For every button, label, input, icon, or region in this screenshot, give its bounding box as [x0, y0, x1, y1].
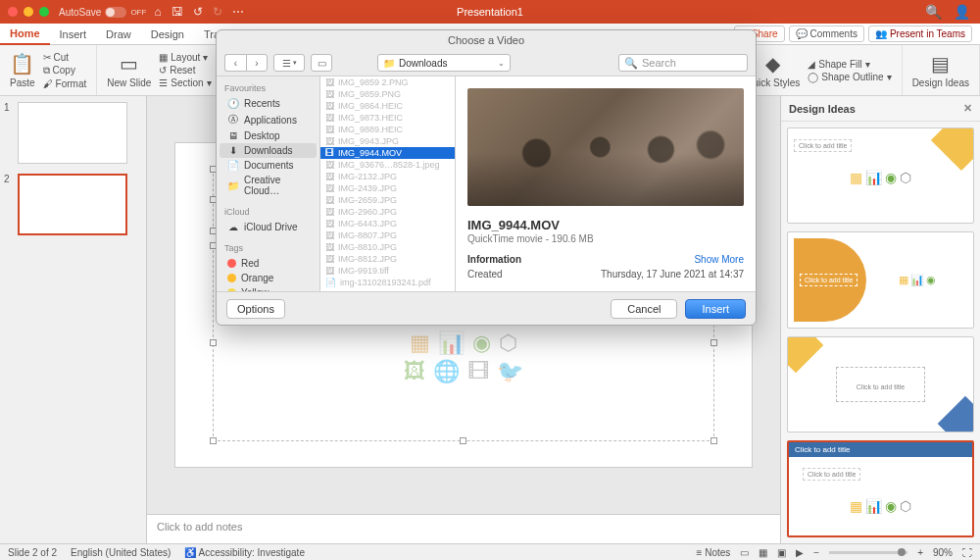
sidebar-tag-red[interactable]: Red	[220, 256, 317, 271]
cut-button[interactable]: ✂Cut	[43, 52, 87, 63]
idea-3[interactable]: Click to add title	[787, 336, 974, 433]
reset-button[interactable]: ↺Reset	[159, 65, 211, 76]
video-icon[interactable]: 🎞	[467, 359, 489, 384]
thumb-num: 1	[4, 102, 10, 113]
view-sorter-icon[interactable]: ▦	[759, 547, 767, 558]
show-more-link[interactable]: Show More	[694, 254, 744, 265]
fit-icon[interactable]: ⛶	[962, 547, 972, 558]
sidebar-recents[interactable]: 🕐Recents	[220, 96, 317, 111]
format-button[interactable]: 🖌Format	[43, 78, 87, 89]
zoom-level[interactable]: 90%	[933, 547, 953, 558]
sidebar-downloads[interactable]: ⬇Downloads	[220, 143, 317, 158]
idea-2[interactable]: Click to add title ▦📊◉	[787, 231, 974, 328]
account-icon[interactable]: 👤	[954, 4, 970, 20]
online-icon[interactable]: 🌐	[433, 359, 460, 384]
search-icon[interactable]: 🔍	[925, 4, 942, 20]
section-button[interactable]: ☰Section▾	[159, 77, 211, 88]
picture-icon[interactable]: 🖼	[404, 359, 425, 384]
forward-button[interactable]: ›	[246, 54, 268, 72]
notes-pane[interactable]: Click to add notes	[147, 514, 780, 543]
tab-insert[interactable]: Insert	[50, 25, 97, 44]
smartart-icon[interactable]: ◉	[472, 331, 491, 356]
sidebar-applications[interactable]: ⒶApplications	[220, 111, 317, 128]
maximize-window-icon[interactable]	[39, 7, 49, 17]
close-icon[interactable]: ✕	[963, 102, 972, 115]
view-mode-button[interactable]: ☰▾	[273, 54, 305, 72]
sidebar-creative[interactable]: 📁Creative Cloud…	[220, 173, 317, 198]
accessibility[interactable]: ♿ Accessibility: Investigate	[184, 547, 305, 558]
options-button[interactable]: Options	[226, 299, 285, 319]
file-item-selected[interactable]: 🎞IMG_9944.MOV	[320, 147, 455, 159]
search-input[interactable]: 🔍 Search	[618, 54, 748, 72]
file-item[interactable]: 🖼IMG_93676…8528-1.jpeg	[320, 159, 455, 171]
sidebar-documents[interactable]: 📄Documents	[220, 158, 317, 173]
slide-count[interactable]: Slide 2 of 2	[8, 547, 57, 558]
close-window-icon[interactable]	[8, 7, 18, 17]
home-icon[interactable]: ⌂	[154, 5, 161, 19]
thumb-1[interactable]: 1	[6, 102, 140, 164]
quickstyles-icon: ◆	[765, 52, 780, 76]
undo-icon[interactable]: ↺	[193, 5, 203, 19]
shape-outline-button[interactable]: ◯Shape Outline▾	[808, 72, 891, 82]
d3-icon[interactable]: ⬡	[499, 331, 517, 356]
view-slideshow-icon[interactable]: ▶	[796, 547, 804, 558]
file-item[interactable]: 🖼IMG-2659.JPG	[320, 194, 455, 206]
autosave-toggle[interactable]: AutoSave OFF	[59, 7, 146, 18]
idea-1[interactable]: Click to add title ▦📊◉⬡	[787, 127, 974, 224]
location-select[interactable]: 📁 Downloads ⌄	[377, 54, 511, 72]
tab-draw[interactable]: Draw	[96, 25, 141, 44]
layout-button[interactable]: ▦Layout▾	[159, 52, 211, 63]
file-item[interactable]: 🖼IMG-2132.JPG	[320, 171, 455, 182]
present-button[interactable]: 👥Present in Teams	[868, 25, 972, 42]
sidebar-icloud-drive[interactable]: ☁iCloud Drive	[220, 220, 317, 234]
zoom-slider[interactable]	[829, 551, 907, 554]
language[interactable]: English (United States)	[71, 547, 171, 558]
copy-button[interactable]: ⧉Copy	[43, 65, 87, 76]
tab-home[interactable]: Home	[0, 24, 50, 45]
idea-4[interactable]: Click to add title Click to add title ▦📊…	[787, 440, 974, 537]
cameo-icon[interactable]: 🐦	[497, 359, 523, 384]
file-list[interactable]: 🖼IMG_9859 2.PNG 🖼IMG_9859.PNG 🖼IMG_9864.…	[320, 76, 456, 291]
file-item[interactable]: 🖼IMG_9889.HEIC	[320, 124, 455, 135]
file-item[interactable]: 🖼IMG-2960.JPG	[320, 206, 455, 218]
file-item[interactable]: 🖼IMG-8812.JPG	[320, 253, 455, 265]
file-item[interactable]: 🖼IMG_9859 2.PNG	[320, 76, 455, 88]
file-item[interactable]: 🖼IMG-8807.JPG	[320, 229, 455, 241]
sidebar-desktop[interactable]: 🖥Desktop	[220, 128, 317, 143]
more-icon[interactable]: ⋯	[232, 5, 244, 19]
file-item[interactable]: 🖼IMG-6443.JPG	[320, 218, 455, 229]
save-icon[interactable]: 🖫	[172, 5, 183, 19]
file-item[interactable]: 📄img-131028193241.pdf	[320, 277, 455, 288]
paste-button[interactable]: 📋Paste	[6, 50, 39, 90]
file-item[interactable]: 🖼IMG_9864.HEIC	[320, 100, 455, 112]
design-ideas-button[interactable]: ▤Design Ideas	[908, 50, 973, 90]
table-icon[interactable]: ▦	[410, 331, 430, 356]
shape-fill-button[interactable]: ◢Shape Fill▾	[808, 59, 891, 70]
group-button[interactable]: ▭	[311, 54, 332, 72]
back-button[interactable]: ‹	[224, 54, 246, 72]
dialog-toolbar: ‹ › ☰▾ ▭ 📁 Downloads ⌄ 🔍 Search	[217, 50, 756, 76]
file-item[interactable]: 🖼IMG-2439.JPG	[320, 182, 455, 194]
file-item[interactable]: 🖼IMG_9943.JPG	[320, 135, 455, 147]
zoom-in-icon[interactable]: +	[917, 547, 923, 558]
teams-icon: 👥	[875, 28, 887, 39]
view-reading-icon[interactable]: ▣	[777, 547, 786, 558]
file-item[interactable]: 🖼IMG-9919.tiff	[320, 265, 455, 277]
cancel-button[interactable]: Cancel	[611, 299, 677, 319]
chart-icon[interactable]: 📊	[438, 331, 465, 356]
tab-design[interactable]: Design	[141, 25, 194, 44]
new-slide-button[interactable]: ▭New Slide	[103, 50, 155, 90]
notes-toggle[interactable]: ≡ Notes	[697, 547, 731, 558]
file-item[interactable]: 🖼IMG-8810.JPG	[320, 241, 455, 253]
comments-button[interactable]: 💬Comments	[789, 25, 864, 42]
insert-button[interactable]: Insert	[685, 299, 746, 319]
minimize-window-icon[interactable]	[24, 7, 33, 17]
file-item[interactable]: 🖼IMG_9873.HEIC	[320, 112, 455, 124]
zoom-out-icon[interactable]: −	[813, 547, 819, 558]
sidebar-tag-orange[interactable]: Orange	[220, 271, 317, 285]
redo-icon[interactable]: ↻	[213, 5, 222, 19]
thumb-2[interactable]: 2	[6, 174, 140, 235]
dialog-footer: Options Cancel Insert	[217, 291, 756, 325]
file-item[interactable]: 🖼IMG_9859.PNG	[320, 88, 455, 100]
view-normal-icon[interactable]: ▭	[740, 547, 749, 558]
